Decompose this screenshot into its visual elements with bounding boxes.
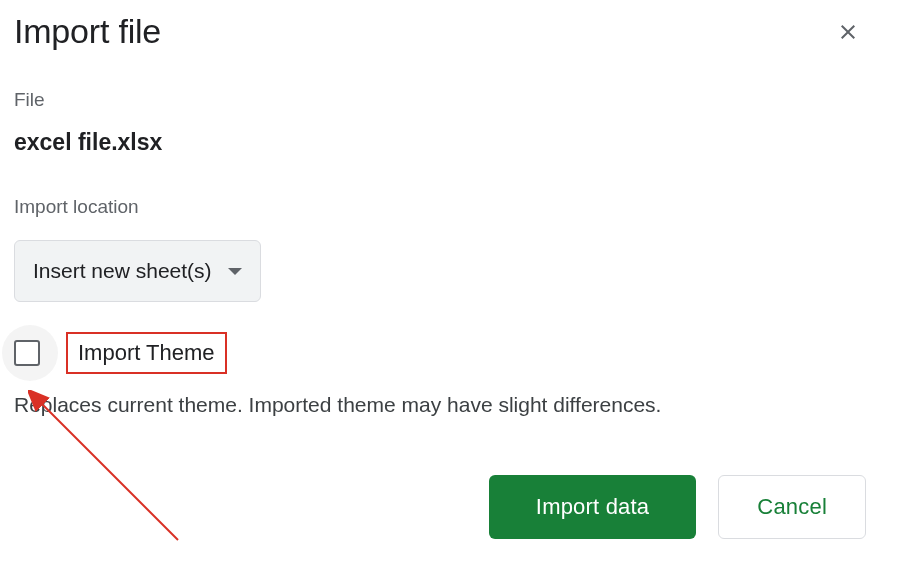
x-icon (836, 20, 860, 44)
dialog-header: Import file (14, 12, 884, 51)
filename-value: excel file.xlsx (14, 129, 884, 156)
import-theme-highlight: Import Theme (66, 332, 227, 374)
import-theme-label: Import Theme (78, 340, 215, 365)
import-theme-description: Replaces current theme. Imported theme m… (14, 390, 884, 419)
import-theme-row: Import Theme (14, 332, 884, 374)
close-icon[interactable] (832, 16, 864, 48)
dialog-title: Import file (14, 12, 161, 51)
import-data-button[interactable]: Import data (489, 475, 696, 539)
file-label: File (14, 89, 884, 111)
dialog-actions: Import data Cancel (14, 475, 884, 539)
import-location-label: Import location (14, 196, 884, 218)
caret-down-icon (228, 268, 242, 275)
import-file-dialog: Import file File excel file.xlsx Import … (0, 0, 898, 551)
import-location-value: Insert new sheet(s) (33, 259, 212, 283)
import-location-dropdown[interactable]: Insert new sheet(s) (14, 240, 261, 302)
import-theme-checkbox[interactable] (14, 340, 40, 366)
cancel-button[interactable]: Cancel (718, 475, 866, 539)
